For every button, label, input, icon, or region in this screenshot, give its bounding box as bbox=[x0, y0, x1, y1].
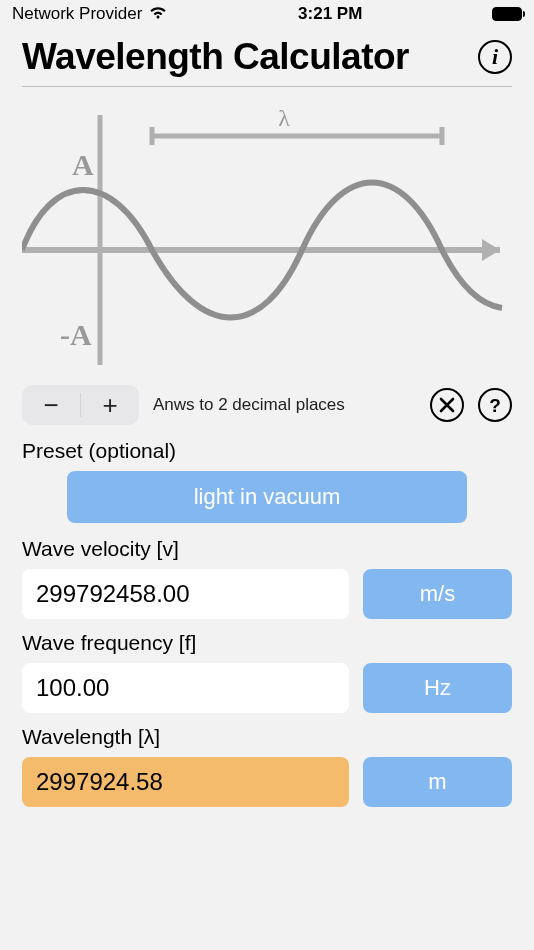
wifi-icon bbox=[148, 4, 168, 24]
decimal-stepper: − + bbox=[22, 385, 139, 425]
clear-button[interactable] bbox=[430, 388, 464, 422]
velocity-section: Wave velocity [v] m/s bbox=[0, 537, 534, 619]
velocity-input[interactable] bbox=[22, 569, 349, 619]
preset-label: Preset (optional) bbox=[22, 439, 512, 463]
status-bar: Network Provider 3:21 PM bbox=[0, 0, 534, 26]
preset-section: Preset (optional) light in vacuum bbox=[0, 439, 534, 523]
frequency-unit-button[interactable]: Hz bbox=[363, 663, 512, 713]
network-provider: Network Provider bbox=[12, 4, 142, 24]
frequency-section: Wave frequency [f] Hz bbox=[0, 631, 534, 713]
info-button[interactable]: i bbox=[478, 40, 512, 74]
preset-button[interactable]: light in vacuum bbox=[67, 471, 467, 523]
battery-icon bbox=[492, 7, 522, 21]
wavelength-output[interactable] bbox=[22, 757, 349, 807]
decimal-hint: Anws to 2 decimal places bbox=[153, 395, 416, 415]
svg-marker-2 bbox=[482, 239, 500, 261]
wavelength-label: Wavelength [λ] bbox=[22, 725, 512, 749]
amplitude-neg-label: -A bbox=[60, 318, 92, 351]
wavelength-section: Wavelength [λ] m bbox=[0, 725, 534, 807]
header: Wavelength Calculator i bbox=[0, 26, 534, 86]
decimal-increase-button[interactable]: + bbox=[81, 385, 139, 425]
decimal-controls: − + Anws to 2 decimal places ? bbox=[0, 383, 534, 439]
status-time: 3:21 PM bbox=[298, 4, 362, 24]
help-button[interactable]: ? bbox=[478, 388, 512, 422]
velocity-unit-button[interactable]: m/s bbox=[363, 569, 512, 619]
frequency-input[interactable] bbox=[22, 663, 349, 713]
velocity-label: Wave velocity [v] bbox=[22, 537, 512, 561]
frequency-label: Wave frequency [f] bbox=[22, 631, 512, 655]
decimal-decrease-button[interactable]: − bbox=[22, 385, 80, 425]
wave-diagram: λ A -A bbox=[0, 87, 534, 383]
lambda-symbol: λ bbox=[278, 105, 290, 131]
wavelength-unit-button[interactable]: m bbox=[363, 757, 512, 807]
page-title: Wavelength Calculator bbox=[22, 36, 409, 78]
amplitude-pos-label: A bbox=[72, 148, 94, 181]
